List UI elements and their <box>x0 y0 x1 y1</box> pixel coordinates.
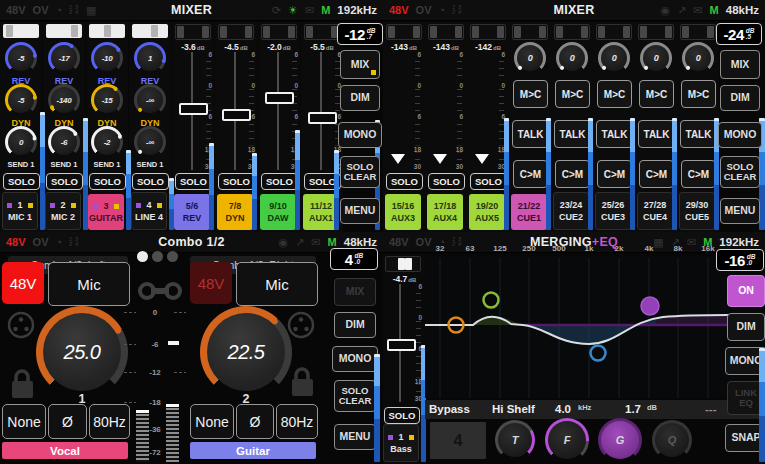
stereo-pan-slider[interactable] <box>261 24 297 40</box>
cue-to-main-button[interactable]: C>M <box>597 160 632 188</box>
overload-indicator[interactable]: OV <box>33 236 49 248</box>
pan-handle-left[interactable] <box>682 26 689 38</box>
overload-indicator[interactable]: OV <box>33 4 49 16</box>
phase-button-left[interactable]: Ø <box>48 404 87 439</box>
cue-level-knob[interactable]: 0 <box>556 42 588 74</box>
page-dot-3[interactable] <box>167 251 178 262</box>
solo-button[interactable]: SOLO <box>132 173 169 190</box>
fader-handle[interactable] <box>265 92 294 104</box>
pan-handle-right[interactable] <box>245 26 252 38</box>
pan-slider[interactable] <box>132 24 168 38</box>
bus-label[interactable]: 25/26CUE3 <box>595 192 631 230</box>
dim-button[interactable]: DIM <box>334 312 376 338</box>
send-knob[interactable]: 0 <box>5 126 37 158</box>
channel-label[interactable]: 2MIC 2 <box>45 192 81 230</box>
pan-handle-right[interactable] <box>707 26 714 38</box>
dynamics-knob[interactable]: -5 <box>5 84 37 116</box>
solo-clear-button[interactable]: SOLO CLEAR <box>720 156 760 188</box>
clock-icon[interactable]: ◔ <box>55 236 62 248</box>
lock-icon[interactable] <box>288 364 316 398</box>
dim-button[interactable]: DIM <box>720 85 760 111</box>
channel-banner-right[interactable]: Guitar <box>190 442 316 459</box>
fader-track[interactable] <box>320 52 322 170</box>
pan-handle[interactable] <box>151 25 158 37</box>
pan-handle-right[interactable] <box>455 26 462 38</box>
solo-clear-button[interactable]: SOLO CLEAR <box>334 380 376 412</box>
mail-icon[interactable]: ✉ <box>305 4 314 17</box>
cue-to-main-button[interactable]: C>M <box>681 160 716 188</box>
clock-icon[interactable]: ◔ <box>438 4 445 16</box>
autoset-button-left[interactable]: None <box>2 404 46 439</box>
pan-handle-right[interactable] <box>413 26 420 38</box>
pan-handle-right[interactable] <box>497 26 504 38</box>
pan-handle-right[interactable] <box>665 26 672 38</box>
talkback-button[interactable]: TALK <box>512 120 549 148</box>
fader-handle-triangle[interactable] <box>475 154 489 164</box>
dynamics-knob[interactable]: -∞ <box>134 84 166 116</box>
bus-label[interactable]: 29/30CUE5 <box>679 192 715 230</box>
fader-handle[interactable] <box>308 112 337 124</box>
lamp-icon[interactable]: ☀ <box>288 4 298 17</box>
main-to-cue-button[interactable]: M>C <box>597 80 632 108</box>
pan-handle-left[interactable] <box>640 26 647 38</box>
reverb-knob[interactable]: -5 <box>5 42 37 74</box>
channel-label[interactable]: 3GUITAR <box>88 194 124 230</box>
menu-button[interactable]: MENU <box>334 424 376 450</box>
cue-to-main-button[interactable]: C>M <box>513 160 548 188</box>
pan-handle-left[interactable] <box>472 26 479 38</box>
pan-handle-right[interactable] <box>288 26 295 38</box>
send-knob[interactable]: -6 <box>48 126 80 158</box>
autoset-button-right[interactable]: None <box>190 404 234 439</box>
pan-handle-left[interactable] <box>220 26 227 38</box>
solo-button[interactable]: SOLO <box>46 173 83 190</box>
recycle-icon[interactable]: ⟳ <box>272 4 281 17</box>
eq-q-knob[interactable]: Q <box>652 420 692 460</box>
solo-button[interactable]: SOLO <box>470 173 507 190</box>
mono-button[interactable]: MONO <box>338 122 382 148</box>
master-db-display[interactable]: -24dB.5 <box>716 23 762 45</box>
mail-icon[interactable]: ✉ <box>311 236 320 249</box>
eq-type-knob[interactable]: T <box>495 420 535 460</box>
pan-slider[interactable] <box>46 24 82 38</box>
main-to-cue-button[interactable]: M>C <box>513 80 548 108</box>
stereo-link-icon[interactable] <box>138 278 182 304</box>
fader-handle[interactable] <box>222 109 251 121</box>
channel-label[interactable]: 4LINE 4 <box>131 192 167 230</box>
mono-button[interactable]: MONO <box>332 346 378 372</box>
dim-button[interactable]: DIM <box>727 313 765 341</box>
fader-handle-triangle[interactable] <box>391 154 405 164</box>
cue-level-knob[interactable]: 0 <box>640 42 672 74</box>
bus-label[interactable]: 23/24CUE2 <box>553 192 589 230</box>
menu-button[interactable]: MENU <box>340 198 380 224</box>
pan-handle-left[interactable] <box>177 26 184 38</box>
stereo-pan-slider[interactable] <box>385 256 421 272</box>
send-knob[interactable]: -2 <box>91 126 123 158</box>
solo-clear-button[interactable]: SOLO CLEAR <box>340 156 380 188</box>
pan-handle-right[interactable] <box>202 26 209 38</box>
gain-knob-left[interactable]: 25.0 <box>36 306 128 398</box>
reverb-knob[interactable]: -17 <box>48 42 80 74</box>
mix-button[interactable]: MIX <box>340 50 380 79</box>
overload-indicator[interactable]: OV <box>416 4 432 16</box>
phantom-indicator[interactable]: 48V <box>389 4 409 16</box>
clock-icon[interactable]: ◔ <box>55 4 62 16</box>
cue-level-knob[interactable]: 0 <box>514 42 546 74</box>
page-dot-2[interactable] <box>152 251 163 262</box>
stereo-pan-slider[interactable] <box>386 24 422 40</box>
solo-button[interactable]: SOLO <box>261 173 298 190</box>
lowcut-button-right[interactable]: 80Hz <box>276 404 318 439</box>
talkback-button[interactable]: TALK <box>554 120 591 148</box>
pan-handle-left[interactable] <box>306 26 313 38</box>
share-icon[interactable]: ↗ <box>295 236 304 249</box>
eq-gain-knob[interactable]: G <box>598 418 642 462</box>
send-knob[interactable]: -∞ <box>134 126 166 158</box>
main-to-cue-button[interactable]: M>C <box>639 80 674 108</box>
fader-handle[interactable] <box>179 103 208 115</box>
stereo-pan-slider[interactable] <box>218 24 254 40</box>
share-icon[interactable]: ↗ <box>677 4 686 17</box>
master-db-display[interactable]: -16dB.0 <box>716 249 764 271</box>
bus-label[interactable]: 19/20AUX5 <box>469 194 505 230</box>
main-to-cue-button[interactable]: M>C <box>555 80 590 108</box>
eq-freq-knob[interactable]: F <box>545 418 589 462</box>
q-value[interactable]: --- <box>705 403 717 415</box>
